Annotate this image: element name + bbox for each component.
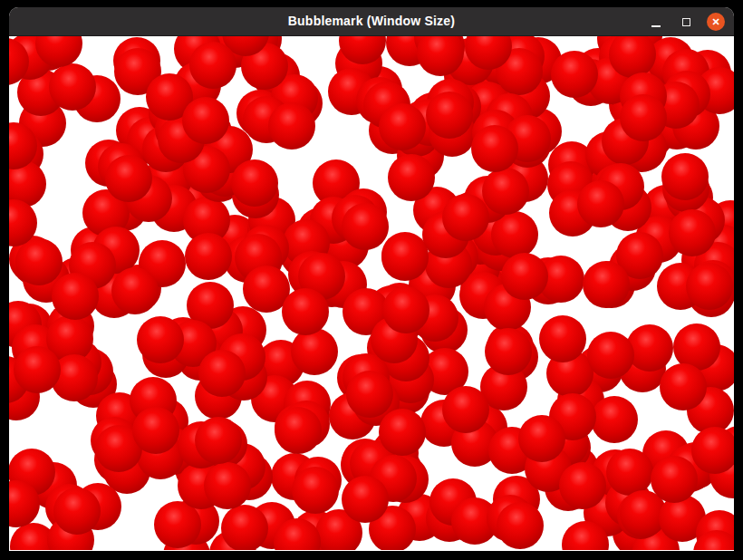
bubble <box>221 505 268 550</box>
bubble <box>14 346 61 393</box>
close-icon: ✕ <box>711 16 719 26</box>
bubble <box>471 125 518 172</box>
minimize-button[interactable] <box>647 13 665 31</box>
bubble <box>388 154 435 201</box>
titlebar[interactable]: Bubblemark (Window Size) ✕ <box>9 7 734 36</box>
bubble <box>442 386 489 433</box>
bubble <box>686 263 733 310</box>
bubble <box>669 209 716 256</box>
bubble <box>482 168 529 215</box>
bubble <box>52 273 99 320</box>
bubble <box>497 502 544 549</box>
bubble <box>660 363 707 410</box>
maximize-button[interactable] <box>677 13 695 31</box>
bubble <box>182 97 229 144</box>
bubble <box>518 415 565 462</box>
bubble <box>381 234 429 281</box>
bubble <box>189 42 236 89</box>
bubble <box>195 417 242 464</box>
bubble <box>620 94 667 141</box>
bubble <box>651 456 698 503</box>
bubble <box>587 332 634 379</box>
bubble <box>49 63 96 111</box>
maximize-icon <box>682 18 690 26</box>
bubble <box>577 180 624 227</box>
window-title: Bubblemark (Window Size) <box>9 7 734 36</box>
bubble <box>691 427 734 474</box>
bubble <box>346 371 393 418</box>
bubble <box>137 316 184 363</box>
bubble <box>292 467 339 514</box>
bubble-canvas <box>9 36 734 550</box>
bubble <box>559 462 606 509</box>
bubble <box>539 315 586 362</box>
bubble <box>105 155 152 202</box>
bubble <box>111 267 159 314</box>
bubble <box>132 407 179 454</box>
bubble <box>342 203 389 250</box>
bubble <box>53 488 101 535</box>
minimize-icon <box>651 25 661 27</box>
bubble <box>551 51 598 98</box>
bubble <box>268 102 315 150</box>
bubble <box>591 396 638 443</box>
screenshot-background: Bubblemark (Window Size) ✕ <box>0 0 743 560</box>
bubble <box>15 238 63 285</box>
bubble <box>379 103 426 150</box>
bubble <box>606 449 653 496</box>
bubble <box>501 253 548 300</box>
bubble <box>426 92 473 139</box>
window-controls: ✕ <box>647 7 725 36</box>
bubble <box>275 407 322 454</box>
bubble <box>204 462 251 509</box>
close-button[interactable]: ✕ <box>707 13 725 31</box>
bubble <box>185 233 232 280</box>
bubble <box>342 476 389 523</box>
bubble <box>583 261 630 308</box>
bubble <box>661 153 709 200</box>
bubblemark-window: Bubblemark (Window Size) ✕ <box>9 7 734 551</box>
bubble <box>485 328 532 375</box>
bubble <box>379 409 426 456</box>
bubble <box>291 328 338 375</box>
